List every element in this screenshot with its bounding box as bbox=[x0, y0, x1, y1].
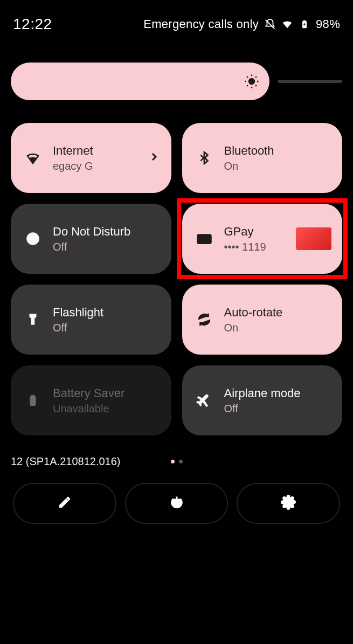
rotate-icon bbox=[195, 310, 213, 329]
svg-rect-2 bbox=[303, 20, 306, 21]
brightness-track-rest bbox=[278, 80, 342, 83]
tile-title: Battery Saver bbox=[53, 386, 161, 400]
build-row: 12 (SP1A.210812.016) bbox=[0, 442, 353, 470]
dnd-icon bbox=[24, 230, 42, 248]
build-text: 12 (SP1A.210812.016) bbox=[11, 455, 121, 468]
gpay-card-thumbnail bbox=[296, 227, 331, 250]
tile-flashlight[interactable]: Flashlight Off bbox=[11, 285, 171, 355]
tile-title: Internet bbox=[53, 144, 146, 158]
battery-charging-icon bbox=[299, 18, 310, 30]
tile-airplane[interactable]: Airplane mode Off bbox=[182, 365, 343, 435]
gear-icon bbox=[281, 495, 296, 512]
tile-battery-saver: Battery Saver Unavailable bbox=[11, 365, 171, 435]
action-row bbox=[0, 470, 353, 524]
status-right-cluster: Emergency calls only 98% bbox=[143, 17, 340, 31]
brightness-fill bbox=[11, 63, 269, 100]
brightness-slider[interactable] bbox=[11, 63, 342, 100]
brightness-icon bbox=[243, 72, 261, 91]
tile-autorotate[interactable]: Auto-rotate On bbox=[182, 285, 343, 355]
wifi-icon bbox=[281, 18, 293, 30]
wifi-icon bbox=[24, 149, 42, 167]
tile-subtitle: egacy G bbox=[53, 160, 146, 172]
bluetooth-icon bbox=[195, 149, 213, 167]
chevron-right-icon bbox=[148, 150, 161, 165]
airplane-icon bbox=[195, 391, 213, 410]
tile-title: GPay bbox=[224, 225, 301, 239]
tile-subtitle: On bbox=[224, 160, 332, 172]
status-time: 12:22 bbox=[13, 16, 52, 33]
tile-title: Airplane mode bbox=[224, 386, 332, 400]
tile-subtitle: •••• 1119 bbox=[224, 241, 301, 253]
page-dot-active bbox=[171, 460, 175, 463]
power-icon bbox=[169, 495, 184, 512]
flashlight-icon bbox=[24, 310, 42, 329]
svg-rect-6 bbox=[197, 235, 211, 244]
tile-subtitle: Off bbox=[53, 322, 161, 334]
tile-dnd[interactable]: Do Not Disturb Off bbox=[11, 204, 171, 274]
tile-title: Do Not Disturb bbox=[53, 225, 161, 239]
tile-subtitle: On bbox=[224, 322, 332, 334]
tile-subtitle: Unavailable bbox=[53, 403, 161, 415]
tile-title: Flashlight bbox=[53, 306, 161, 320]
pencil-icon bbox=[58, 495, 72, 511]
card-icon bbox=[195, 230, 213, 248]
tile-title: Auto-rotate bbox=[224, 306, 332, 320]
svg-rect-10 bbox=[31, 396, 34, 397]
tiles-grid: Internet egacy G Bluetooth On Do Not Dis… bbox=[0, 116, 353, 442]
tile-subtitle: Off bbox=[224, 403, 332, 415]
battery-pct-text: 98% bbox=[316, 17, 340, 31]
edit-tiles-button[interactable] bbox=[13, 483, 116, 524]
page-dot bbox=[179, 460, 183, 463]
tile-bluetooth[interactable]: Bluetooth On bbox=[182, 123, 343, 193]
battery-plus-icon bbox=[24, 391, 42, 410]
tile-gpay[interactable]: GPay •••• 1119 bbox=[182, 204, 343, 274]
tile-subtitle: Off bbox=[53, 241, 161, 253]
power-button[interactable] bbox=[125, 483, 229, 524]
settings-button[interactable] bbox=[237, 483, 340, 524]
bell-muted-icon bbox=[264, 18, 276, 30]
svg-point-3 bbox=[249, 79, 254, 84]
network-status-text: Emergency calls only bbox=[143, 17, 259, 31]
tile-title: Bluetooth bbox=[224, 144, 332, 158]
page-indicator bbox=[171, 460, 183, 463]
tile-internet[interactable]: Internet egacy G bbox=[11, 123, 171, 193]
status-bar: 12:22 Emergency calls only 98% bbox=[0, 0, 353, 39]
